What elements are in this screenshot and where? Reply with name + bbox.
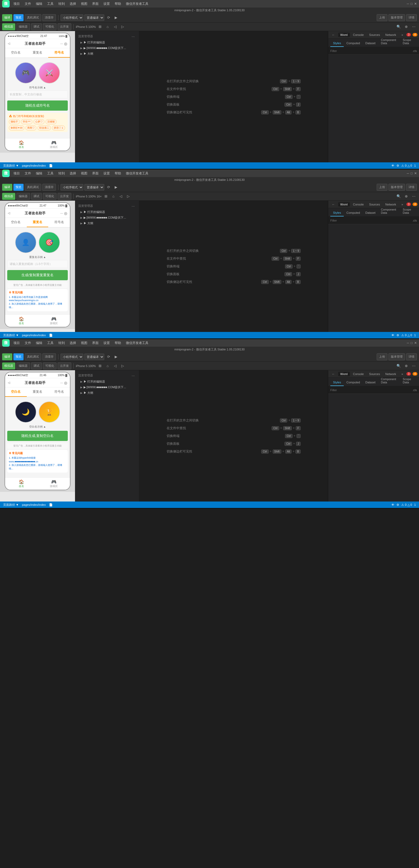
dots-icon[interactable]: ⋯: [411, 24, 417, 30]
dt-console-tab-3[interactable]: Console: [351, 372, 366, 376]
breadcrumb-path-label[interactable]: 页面路径 ▼: [3, 164, 19, 168]
menu-tool[interactable]: 工具: [45, 1, 56, 7]
menu-help-2[interactable]: 帮助: [113, 170, 123, 176]
subtab-component-3[interactable]: Component Data: [378, 376, 400, 386]
menu-interface-2[interactable]: 界面: [90, 170, 101, 176]
subtab-scope-3[interactable]: Scope Data: [400, 376, 417, 386]
menu-tool-2[interactable]: 工具: [45, 170, 56, 176]
forward-icon-2[interactable]: ▷: [125, 193, 131, 199]
details-btn-2[interactable]: 详情: [406, 184, 417, 191]
realdev-btn-1[interactable]: 真机调试: [25, 14, 41, 21]
dt-back-2[interactable]: ←: [330, 202, 337, 207]
menu-wechat-devtools[interactable]: 微信开发者工具: [124, 1, 151, 7]
phone-tab-repeat-2[interactable]: 重复名: [27, 218, 49, 227]
phone-tab-empty-3[interactable]: 空白名: [5, 388, 27, 397]
subtab-styles-3[interactable]: Styles: [330, 379, 344, 386]
landscape-icon[interactable]: ⊞: [97, 24, 103, 30]
realdev-btn-3[interactable]: 真机调试: [25, 353, 41, 360]
menu-help[interactable]: 帮助: [113, 1, 123, 7]
preview-btn-3[interactable]: 预览: [13, 353, 24, 360]
translate-select-2[interactable]: 普通编译: [84, 184, 104, 190]
translate-select-1[interactable]: 普通编译: [84, 14, 104, 21]
menu-view-2[interactable]: 视图: [79, 170, 89, 176]
debug-btn-1[interactable]: 调试: [31, 23, 42, 30]
phone-tab-symbol-2[interactable]: 符号名: [48, 218, 70, 227]
upload-btn-3[interactable]: 上传: [377, 353, 387, 360]
dt-sources-tab-2[interactable]: Sources: [367, 202, 382, 207]
filter-input-1[interactable]: [330, 49, 411, 53]
compile-btn-1[interactable]: 编译: [2, 14, 12, 21]
editor-btn-2[interactable]: 编辑器: [16, 193, 30, 200]
home-icon-3[interactable]: ⌂: [104, 363, 111, 369]
search-icon-1[interactable]: 🔍: [395, 24, 402, 30]
dt-more-tab-3[interactable]: »: [399, 372, 405, 376]
file-tree-item-0[interactable]: ▶ ▶ 打开的编辑器: [75, 40, 139, 45]
phone-input-1[interactable]: 长按复制，中文自行修改: [7, 91, 68, 98]
phone-share-icon-1[interactable]: ◎: [64, 41, 67, 46]
play-icon-2[interactable]: ▶: [113, 184, 119, 190]
dt-more-tab-2[interactable]: »: [399, 202, 405, 207]
mode-select-2[interactable]: 小程序模式: [61, 184, 83, 190]
play-icon-1[interactable]: ▶: [113, 14, 119, 21]
dt-wxml-tab-2[interactable]: Wxml: [338, 202, 350, 207]
menu-view[interactable]: 视图: [79, 1, 89, 7]
window-maximize-2[interactable]: □: [411, 172, 413, 175]
menu-view-3[interactable]: 视图: [79, 340, 89, 346]
menu-goto-3[interactable]: 转到: [56, 340, 67, 346]
phone-input-2[interactable]: 请输入重复的昵称（1-5个字符）: [7, 260, 68, 268]
footer-rename-2[interactable]: 🏠 改名: [5, 315, 37, 327]
eye-icon-1[interactable]: 👁: [391, 164, 394, 167]
cloud-btn-3[interactable]: 云开发: [58, 363, 71, 369]
visible-btn-3[interactable]: 可视化: [43, 363, 57, 369]
simulator-btn-2[interactable]: 模拟器: [2, 193, 15, 200]
details-btn-1[interactable]: 详情: [406, 14, 417, 21]
mode-select-1[interactable]: 小程序模式: [61, 14, 83, 21]
file-tree-item-1[interactable]: ▶ ▶ [WWW.■■■■■■.COM提供下...: [75, 45, 139, 51]
dt-more-tab-1[interactable]: »: [399, 33, 405, 37]
window-maximize-3[interactable]: □: [411, 341, 413, 345]
settings-icon-breadcrumb-3[interactable]: ⚙: [396, 503, 399, 506]
back-icon-2[interactable]: ◁: [118, 193, 124, 199]
simulator-btn-1[interactable]: 模拟器: [2, 23, 15, 30]
menu-interface[interactable]: 界面: [90, 1, 101, 7]
menu-file[interactable]: 文件: [23, 1, 33, 7]
save-btn-1[interactable]: 清缓存: [42, 14, 56, 21]
subtab-computed-1[interactable]: Computed: [344, 40, 363, 47]
preview-btn-1[interactable]: 预览: [13, 14, 24, 21]
dt-sources-tab-3[interactable]: Sources: [367, 372, 382, 376]
menu-edit-3[interactable]: 编辑: [34, 340, 44, 346]
window-close-2[interactable]: ✕: [414, 172, 417, 175]
filter-cls-1[interactable]: .cls: [413, 49, 417, 53]
filter-input-2[interactable]: [330, 219, 411, 222]
dt-sources-tab-1[interactable]: Sources: [367, 33, 382, 37]
file-tree-more-1[interactable]: ···: [130, 34, 136, 38]
subtab-component-2[interactable]: Component Data: [378, 206, 400, 216]
filter-input-3[interactable]: [330, 389, 411, 392]
visible-btn-2[interactable]: 可视化: [43, 193, 57, 200]
visible-btn-1[interactable]: 可视化: [43, 23, 57, 30]
eye-icon-2[interactable]: 👁: [391, 334, 394, 337]
file-tree-item-2-2[interactable]: ▶ ▶ 大纲: [75, 220, 139, 226]
hot-tag-6[interactable]: 职业港二: [37, 125, 51, 130]
footer-rename-3[interactable]: 🏠 改名: [5, 478, 37, 490]
file-tree-item-2-0[interactable]: ▶ ▶ 打开的编辑器: [75, 209, 139, 215]
dt-back-icon-1[interactable]: ←: [330, 33, 337, 37]
upload-btn-1[interactable]: 上传: [377, 14, 387, 21]
realdev-btn-2[interactable]: 真机调试: [25, 184, 41, 191]
mode-select-3[interactable]: 小程序模式: [61, 353, 83, 360]
home-icon[interactable]: ⌂: [104, 24, 111, 30]
phone-menu-dots-1[interactable]: ···: [60, 42, 63, 45]
menu-project[interactable]: 项目: [11, 1, 22, 7]
subtab-computed-3[interactable]: Computed: [344, 379, 363, 386]
search-icon-2[interactable]: 🔍: [395, 193, 402, 199]
settings-icon-breadcrumb-2[interactable]: ⚙: [396, 334, 399, 337]
menu-tool-3[interactable]: 工具: [45, 340, 56, 346]
editor-btn-3[interactable]: 编辑器: [16, 363, 30, 369]
window-maximize[interactable]: □: [411, 2, 413, 6]
gen-repeat-btn-2[interactable]: 生成/复制重复重复名: [7, 270, 68, 280]
footer-tab-rename-1[interactable]: 🏠 改名: [5, 138, 37, 151]
menu-file-3[interactable]: 文件: [23, 340, 33, 346]
window-close-3[interactable]: ✕: [414, 341, 417, 345]
phone-dots-3[interactable]: ···: [60, 381, 63, 385]
menu-settings-2[interactable]: 设置: [101, 170, 112, 176]
